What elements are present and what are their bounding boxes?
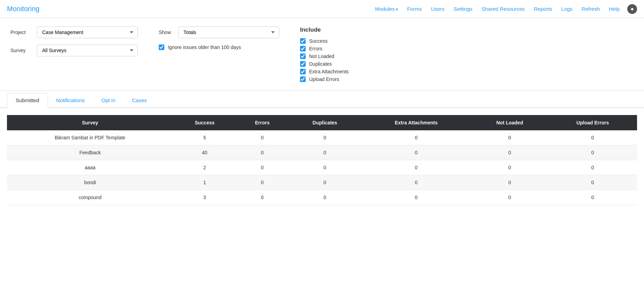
project-select[interactable]: Case Management: [37, 26, 138, 38]
include-upload-errors-label: Upload Errors: [309, 76, 339, 82]
cell-extra-attachments: 0: [361, 175, 471, 190]
include-errors-checkbox[interactable]: [300, 46, 306, 51]
tabs-bar: Submitted Notifications Opt in Cases: [0, 93, 644, 108]
cell-survey: Feedback: [7, 145, 173, 160]
cell-duplicates: 0: [289, 130, 361, 145]
cell-survey: aaaa: [7, 160, 173, 175]
include-not-loaded-checkbox[interactable]: [300, 54, 306, 59]
cell-duplicates: 0: [289, 190, 361, 205]
include-extra-attachments-checkbox[interactable]: [300, 69, 306, 74]
cell-upload-errors: 0: [548, 175, 637, 190]
nav-settings[interactable]: Settings: [450, 4, 476, 14]
cell-errors: 0: [236, 175, 289, 190]
cell-not-loaded: 0: [471, 175, 548, 190]
cell-success: 40: [173, 145, 236, 160]
show-group: Show Totals Ignore issues older than 100…: [159, 26, 279, 50]
cell-upload-errors: 0: [548, 190, 637, 205]
cell-success: 2: [173, 160, 236, 175]
cell-success: 5: [173, 130, 236, 145]
include-section: Include Success Errors Not Loaded Duplic…: [300, 26, 349, 82]
include-success: Success: [300, 38, 349, 44]
nav-modules[interactable]: Modules: [371, 4, 401, 14]
app-title: Monitoring: [7, 5, 39, 13]
table-row: bondi 1 0 0 0 0 0: [7, 175, 637, 190]
cell-survey: compound: [7, 190, 173, 205]
cell-success: 1: [173, 175, 236, 190]
header: Monitoring Modules Forms Users Settings …: [0, 0, 644, 18]
tab-submitted[interactable]: Submitted: [7, 93, 48, 108]
cell-upload-errors: 0: [548, 145, 637, 160]
col-survey: Survey: [7, 115, 173, 130]
ignore-checkbox[interactable]: [159, 44, 164, 50]
nav-refresh[interactable]: Refresh: [578, 4, 604, 14]
col-extra-attachments: Extra Attachments: [361, 115, 471, 130]
cell-errors: 0: [236, 145, 289, 160]
cell-upload-errors: 0: [548, 130, 637, 145]
survey-label: Survey: [10, 48, 31, 53]
table-container: Survey Success Errors Duplicates Extra A…: [0, 108, 644, 205]
table-row: Bikram Sambat in PDF Template 5 0 0 0 0 …: [7, 130, 637, 145]
survey-row: Survey All Surveys: [10, 44, 138, 56]
show-label: Show: [159, 30, 173, 35]
nav-shared-resources[interactable]: Shared Resources: [478, 4, 528, 14]
nav-reports[interactable]: Reports: [531, 4, 556, 14]
include-duplicates-label: Duplicates: [309, 61, 332, 67]
show-select[interactable]: Totals: [178, 26, 279, 38]
cell-duplicates: 0: [289, 145, 361, 160]
nav-users[interactable]: Users: [427, 4, 448, 14]
cell-extra-attachments: 0: [361, 190, 471, 205]
include-duplicates-checkbox[interactable]: [300, 61, 306, 67]
submissions-table: Survey Success Errors Duplicates Extra A…: [7, 115, 637, 205]
user-avatar[interactable]: ●: [627, 4, 637, 14]
project-survey-group: Project Case Management Survey All Surve…: [10, 26, 138, 56]
tab-cases[interactable]: Cases: [124, 93, 155, 108]
include-extra-attachments: Extra Attachments: [300, 69, 349, 74]
include-success-checkbox[interactable]: [300, 38, 306, 44]
include-upload-errors: Upload Errors: [300, 76, 349, 82]
table-header-row: Survey Success Errors Duplicates Extra A…: [7, 115, 637, 130]
cell-survey: bondi: [7, 175, 173, 190]
include-errors: Errors: [300, 46, 349, 51]
cell-duplicates: 0: [289, 175, 361, 190]
include-not-loaded-label: Not Loaded: [309, 54, 334, 59]
cell-errors: 0: [236, 190, 289, 205]
survey-select[interactable]: All Surveys: [37, 44, 138, 56]
cell-success: 3: [173, 190, 236, 205]
include-extra-attachments-label: Extra Attachments: [309, 69, 349, 74]
cell-errors: 0: [236, 160, 289, 175]
filter-panel: Project Case Management Survey All Surve…: [0, 18, 644, 91]
col-success: Success: [173, 115, 236, 130]
table-row: Feedback 40 0 0 0 0 0: [7, 145, 637, 160]
cell-extra-attachments: 0: [361, 130, 471, 145]
table-row: aaaa 2 0 0 0 0 0: [7, 160, 637, 175]
cell-not-loaded: 0: [471, 190, 548, 205]
include-success-label: Success: [309, 38, 328, 44]
nav-help[interactable]: Help: [605, 4, 623, 14]
table-body: Bikram Sambat in PDF Template 5 0 0 0 0 …: [7, 130, 637, 205]
project-row: Project Case Management: [10, 26, 138, 38]
ignore-label: Ignore issues older than 100 days: [168, 44, 241, 50]
show-row: Show Totals: [159, 26, 279, 38]
tab-opt-in[interactable]: Opt in: [93, 93, 124, 108]
col-upload-errors: Upload Errors: [548, 115, 637, 130]
include-errors-label: Errors: [309, 46, 322, 51]
cell-errors: 0: [236, 130, 289, 145]
cell-duplicates: 0: [289, 160, 361, 175]
cell-upload-errors: 0: [548, 160, 637, 175]
table-row: compound 3 0 0 0 0 0: [7, 190, 637, 205]
include-upload-errors-checkbox[interactable]: [300, 76, 306, 82]
cell-extra-attachments: 0: [361, 160, 471, 175]
nav-forms[interactable]: Forms: [403, 4, 425, 14]
cell-not-loaded: 0: [471, 145, 548, 160]
include-title: Include: [300, 26, 349, 33]
main-nav: Modules Forms Users Settings Shared Reso…: [371, 4, 637, 14]
cell-not-loaded: 0: [471, 130, 548, 145]
cell-extra-attachments: 0: [361, 145, 471, 160]
cell-not-loaded: 0: [471, 160, 548, 175]
nav-logs[interactable]: Logs: [558, 4, 576, 14]
col-not-loaded: Not Loaded: [471, 115, 548, 130]
tab-notifications[interactable]: Notifications: [48, 93, 93, 108]
col-duplicates: Duplicates: [289, 115, 361, 130]
include-not-loaded: Not Loaded: [300, 54, 349, 59]
col-errors: Errors: [236, 115, 289, 130]
